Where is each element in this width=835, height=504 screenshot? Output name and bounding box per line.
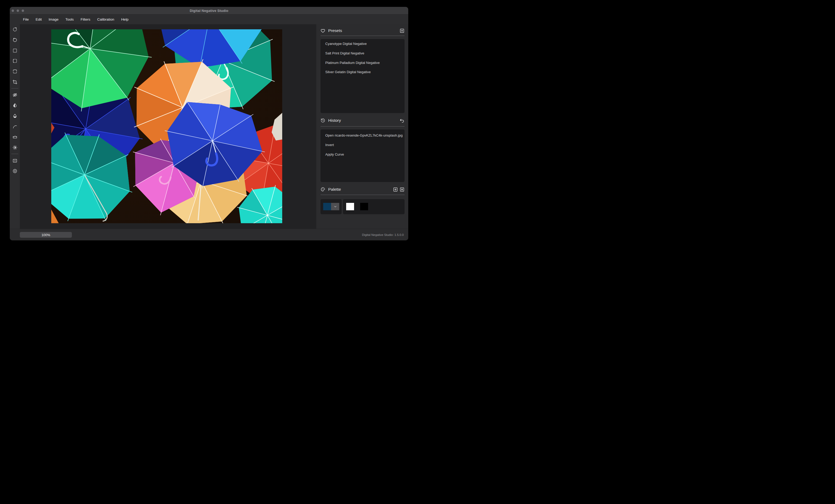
- undo-icon: [400, 118, 405, 123]
- tool-opacity[interactable]: [10, 111, 20, 122]
- history-list-box: Open ricardo-resende-GpvKZL7kC4k-unsplas…: [321, 129, 405, 182]
- history-panel-title: History: [328, 118, 341, 123]
- swatch-list: [343, 199, 405, 210]
- plus-square-icon: [400, 28, 405, 33]
- tool-curve[interactable]: [10, 121, 20, 132]
- divider: [321, 126, 405, 127]
- calibration-frame-icon: [13, 158, 17, 163]
- tool-brightness[interactable]: [10, 142, 20, 153]
- flip-horizontal-icon: [13, 58, 17, 63]
- tool-rotate-ccw[interactable]: [10, 35, 20, 45]
- color-dropdown-button[interactable]: [331, 203, 339, 210]
- presets-list: Cyanotype Digital NegativeSalt Print Dig…: [321, 39, 405, 77]
- menu-item-filters[interactable]: Filters: [81, 17, 90, 21]
- x-square-icon: [400, 187, 405, 192]
- app-version-label: Digital Negative Studio: 1.5.0.0: [362, 229, 404, 240]
- canvas-image: [51, 29, 282, 223]
- flip-vertical-icon: [13, 69, 17, 74]
- tool-add-circle[interactable]: [10, 166, 20, 176]
- brightness-icon: [13, 145, 17, 150]
- tool-flip-horizontal[interactable]: [10, 56, 20, 66]
- tool-toggle-preview[interactable]: [10, 90, 20, 100]
- palette-panel-title: Palette: [328, 187, 341, 192]
- undo-button[interactable]: [400, 118, 405, 123]
- tool-rotate-cw[interactable]: [10, 24, 20, 35]
- opacity-icon: [13, 113, 17, 119]
- status-bar: 100% Digital Negative Studio: 1.5.0.0: [10, 229, 408, 240]
- presets-panel-title: Presets: [328, 28, 342, 33]
- palette-swatch-ffffff[interactable]: [346, 203, 354, 210]
- color-picker-control[interactable]: [323, 203, 342, 210]
- menu-item-tools[interactable]: Tools: [65, 17, 74, 21]
- chevron-down-icon: [333, 205, 337, 208]
- history-item-invert[interactable]: Invert: [321, 140, 405, 150]
- sidebar: Presets Cyanotype Digital NegativeSalt P…: [316, 24, 408, 229]
- add-circle-icon: [13, 169, 17, 173]
- toggle-preview-icon: [13, 92, 17, 98]
- palette-row: [321, 199, 405, 214]
- swatch-list-box: [343, 199, 405, 214]
- menu-item-help[interactable]: Help: [121, 17, 128, 21]
- add-color-button[interactable]: [393, 187, 398, 192]
- divider: [321, 195, 405, 195]
- menu-item-edit[interactable]: Edit: [36, 17, 42, 21]
- heart-icon: [321, 28, 325, 33]
- crop-icon: [13, 80, 17, 85]
- history-list: Open ricardo-resende-GpvKZL7kC4k-unsplas…: [321, 131, 405, 159]
- toolbar-divider: [12, 88, 18, 88]
- remove-color-button[interactable]: [400, 187, 405, 192]
- window-controls: [12, 7, 24, 14]
- tool-palette: [10, 24, 20, 229]
- preset-item-silver-gelatin-digital-negative[interactable]: Silver Gelatin Digital Negative: [321, 67, 405, 77]
- zoom-level-value: 100%: [41, 233, 50, 237]
- menu-item-file[interactable]: File: [23, 17, 29, 21]
- history-item-apply-curve[interactable]: Apply Curve: [321, 149, 405, 159]
- menu-item-image[interactable]: Image: [48, 17, 59, 21]
- rotate-cw-icon: [13, 27, 17, 32]
- zoom-level-indicator[interactable]: 100%: [20, 232, 72, 238]
- desktop: { "window": { "title": "Digital Negative…: [0, 0, 418, 252]
- presets-list-box: Cyanotype Digital NegativeSalt Print Dig…: [321, 39, 405, 113]
- tool-calibration-frame[interactable]: [10, 155, 20, 166]
- preset-item-cyanotype-digital-negative[interactable]: Cyanotype Digital Negative: [321, 39, 405, 48]
- divider: [321, 36, 405, 36]
- canvas-area[interactable]: [20, 24, 316, 229]
- history-panel-header: History: [321, 117, 405, 124]
- main-content: Presets Cyanotype Digital NegativeSalt P…: [10, 24, 408, 229]
- palette-swatch-000000[interactable]: [360, 203, 368, 210]
- menu-item-calibration[interactable]: Calibration: [97, 17, 115, 21]
- window-close-button[interactable]: [12, 9, 14, 12]
- palette-panel-header: Palette: [321, 186, 405, 193]
- tool-histogram[interactable]: [10, 132, 20, 142]
- tool-crop[interactable]: [10, 77, 20, 87]
- menu-bar: FileEditImageToolsFiltersCalibrationHelp: [10, 14, 408, 24]
- palette-icon: [321, 187, 325, 192]
- presets-panel-header: Presets: [321, 27, 405, 34]
- histogram-icon: [13, 134, 17, 140]
- curve-icon: [13, 124, 17, 129]
- current-color-swatch[interactable]: [323, 203, 331, 210]
- window-minimize-button[interactable]: [17, 9, 19, 12]
- invert-colors-icon: [13, 103, 17, 108]
- preset-item-platinum-palladium-digital-negative[interactable]: Platinum Palladium Digital Negative: [321, 58, 405, 67]
- tool-flip-vertical[interactable]: [10, 66, 20, 77]
- tool-invert-colors[interactable]: [10, 100, 20, 111]
- marquee-select-icon: [13, 48, 17, 53]
- window-title: Digital Negative Studio: [190, 9, 228, 13]
- window-maximize-button[interactable]: [22, 9, 24, 12]
- add-preset-button[interactable]: [400, 28, 405, 33]
- toolbar-divider: [12, 154, 18, 154]
- preset-item-salt-print-digital-negative[interactable]: Salt Print Digital Negative: [321, 48, 405, 58]
- current-color-box: [321, 199, 342, 214]
- app-window: Digital Negative Studio FileEditImageToo…: [10, 7, 408, 240]
- history-item-open-ricardo-resende-gpvkzl7kc4k-unsplas[interactable]: Open ricardo-resende-GpvKZL7kC4k-unsplas…: [321, 131, 405, 140]
- plus-square-icon: [393, 187, 398, 192]
- history-icon: [321, 118, 325, 123]
- rotate-ccw-icon: [13, 38, 17, 43]
- title-bar[interactable]: Digital Negative Studio: [10, 7, 408, 14]
- tool-marquee-select[interactable]: [10, 45, 20, 56]
